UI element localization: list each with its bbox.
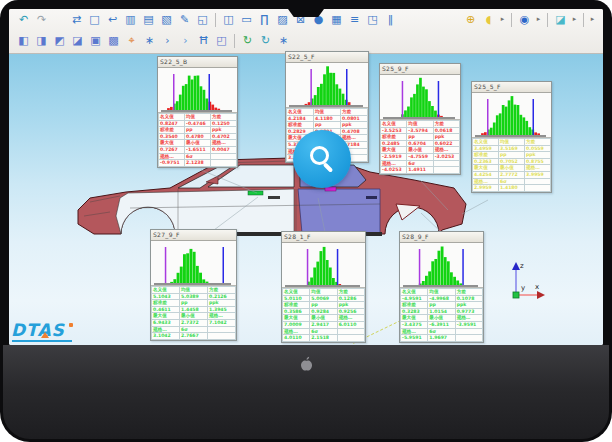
measure-dropdown-icon[interactable]: ▸ (498, 11, 507, 28)
table-value-cell: 4.0110 (283, 335, 310, 342)
table-value-cell: 1.0154 (428, 308, 455, 315)
table-header-cell: ppk (525, 152, 551, 159)
panel-title[interactable]: S22_5_F (286, 52, 368, 63)
table-value-cell: 0.3283 (401, 308, 428, 315)
solid-block-3-icon[interactable]: ◩ (51, 32, 68, 49)
panel-title[interactable]: S27_9_F (151, 230, 236, 241)
table-value-cell: -4.9591 (401, 295, 428, 302)
table-header-cell: 最大值 (159, 140, 185, 147)
copy-document-icon[interactable]: ▤ (140, 11, 157, 28)
table-value-cell: 0.6704 (407, 140, 433, 147)
point-cloud-view-icon[interactable]: ▨ (274, 11, 291, 28)
table-value-cell: -6.3911 (428, 321, 455, 328)
import-model-icon[interactable]: ↩ (104, 11, 121, 28)
table-value-cell: 0.3540 (159, 133, 185, 140)
panel-title[interactable]: S22_5_B (158, 57, 237, 68)
database-refresh-2-icon[interactable]: ↻ (257, 32, 274, 49)
more-dropdown-icon[interactable]: ▸ (588, 11, 597, 28)
apple-logo-icon (298, 355, 314, 373)
scatter-star-icon[interactable]: ∗ (275, 32, 292, 49)
panel-histogram (380, 75, 460, 120)
panel-title[interactable]: S28_9_F (400, 232, 483, 243)
table-value-cell: -3.5253 (381, 127, 407, 134)
new-document-icon[interactable]: □ (86, 11, 103, 28)
measure-marker-green[interactable] (248, 191, 263, 195)
chart-report-icon[interactable]: ◪ (552, 11, 569, 28)
zoom-search-button[interactable] (293, 130, 351, 188)
compass-points-icon[interactable]: ∗ (141, 32, 158, 49)
rear-door-handle (366, 196, 377, 199)
protractor-measure-icon[interactable]: ◖ (480, 11, 497, 28)
locator-pin-icon[interactable]: ⌖ (123, 32, 140, 49)
screen: ↶↷⇄□↩▥▤▧✎◱◫▭∏▨⊠●▦≡◳‖⊕◖▸◉▸◪▸▸ ◧◨◩◪▣▩⌖∗››Ħ… (9, 9, 603, 345)
mesh-view-icon[interactable]: ▦ (328, 11, 345, 28)
vector-arrow-1-icon[interactable]: › (159, 32, 176, 49)
table-header-cell: 最大值 (152, 313, 180, 320)
table-header-cell (208, 326, 236, 333)
table-value-cell: 0.1250 (211, 120, 237, 127)
database-refresh-1-icon[interactable]: ↻ (239, 32, 256, 49)
solid-block-2-icon[interactable]: ◨ (33, 32, 50, 49)
panel-title[interactable]: S25_5_F (472, 82, 551, 93)
monitor-bezel: ↶↷⇄□↩▥▤▧✎◱◫▭∏▨⊠●▦≡◳‖⊕◖▸◉▸◪▸▸ ◧◨◩◪▣▩⌖∗››Ħ… (0, 0, 612, 442)
table-value-cell: 0.2485 (381, 140, 407, 147)
table-value-cell: 0.8247 (159, 120, 185, 127)
table-header-cell (455, 328, 482, 335)
t-section-view-icon[interactable]: ∏ (256, 11, 273, 28)
panel-title[interactable]: S25_9_F (380, 64, 460, 75)
solid-block-4-icon[interactable]: ◪ (69, 32, 86, 49)
sync-documents-icon[interactable]: ⇄ (68, 11, 85, 28)
h-datum-icon[interactable]: Ħ (195, 32, 212, 49)
rear-door-panel[interactable] (298, 189, 380, 233)
measurement-panel-S28_1_F[interactable]: S28_1_F 名义值均值方差5.01105.00690.1286标准差pppp… (281, 231, 366, 343)
table-value-cell: 2.7667 (180, 333, 208, 340)
edit-document-icon[interactable]: ✎ (176, 11, 193, 28)
clamp-section-tool-icon[interactable]: ≡ (346, 11, 363, 28)
panel-table: 名义值均值方差5.01105.00690.1286标准差ppppk0.35860… (282, 288, 365, 342)
table-value-cell: 0.2363 (473, 158, 499, 165)
measurement-panel-S25_9_F[interactable]: S25_9_F 名义值均值方差-3.5253-3.57940.0618标准差pp… (379, 63, 461, 175)
table-value-cell: -5.9591 (401, 335, 428, 342)
front-door-panel[interactable] (116, 189, 294, 234)
sphere-tool-icon[interactable]: ◉ (516, 11, 533, 28)
window-view-icon[interactable]: ▭ (238, 11, 255, 28)
measurement-panel-S22_5_B[interactable]: S22_5_B 名义值均值方差0.8247-0.47460.1250标准差ppp… (157, 56, 238, 168)
report-document-icon[interactable]: ▥ (122, 11, 139, 28)
table-header-cell: 规格… (381, 160, 407, 167)
table-header-cell: 规格… (159, 153, 185, 160)
axes-triad[interactable]: z y x (496, 258, 550, 306)
sphere-dropdown-icon[interactable]: ▸ (534, 11, 543, 28)
document-panel-icon[interactable]: ◱ (194, 11, 211, 28)
table-header-cell: 标准差 (152, 300, 180, 307)
fixture-block-icon[interactable]: ◰ (213, 32, 230, 49)
chart-dropdown-icon[interactable]: ▸ (570, 11, 579, 28)
table-value-cell: 7.1042 (208, 319, 236, 326)
toolbar-separator (547, 13, 548, 27)
document-list-icon[interactable]: ▧ (158, 11, 175, 28)
table-value-cell: -4.9968 (428, 295, 455, 302)
table-header-cell: 规格… (455, 315, 482, 322)
split-columns-view-icon[interactable]: ◫ (220, 11, 237, 28)
measurement-panel-S27_9_F[interactable]: S27_9_F 名义值均值方差5.10435.03890.2126标准差pppp… (150, 229, 237, 341)
redo-icon[interactable]: ↷ (33, 11, 50, 28)
panel-title[interactable]: S28_1_F (282, 232, 365, 243)
vector-arrow-2-icon[interactable]: › (177, 32, 194, 49)
table-value-cell: 0.4702 (211, 133, 237, 140)
table-header-cell (525, 178, 551, 185)
measurement-panel-S28_9_F[interactable]: S28_9_F 名义值均值方差-4.9591-4.99680.1078标准差pp… (399, 231, 484, 343)
solid-block-1-icon[interactable]: ◧ (15, 32, 32, 49)
mirror-panes-icon[interactable]: ‖ (382, 11, 399, 28)
assembly-table-icon[interactable]: ▣ (87, 32, 104, 49)
table-header-cell: 最小值 (407, 147, 433, 154)
table-value-cell: 0.3586 (283, 308, 310, 315)
target-measure-icon[interactable]: ⊕ (462, 11, 479, 28)
table-header-cell: ppk (455, 302, 482, 309)
undo-icon[interactable]: ↶ (15, 11, 32, 28)
panel-histogram (151, 241, 236, 286)
assembly-box-icon[interactable]: ▩ (105, 32, 122, 49)
page-export-icon[interactable]: ◳ (364, 11, 381, 28)
measurement-panel-S25_5_F[interactable]: S25_5_F 名义值均值方差3.49593.51690.0559标准差pppp… (471, 81, 552, 193)
table-value-cell (433, 167, 459, 174)
table-header-cell: 标准差 (159, 127, 185, 134)
table-header-cell (337, 328, 364, 335)
